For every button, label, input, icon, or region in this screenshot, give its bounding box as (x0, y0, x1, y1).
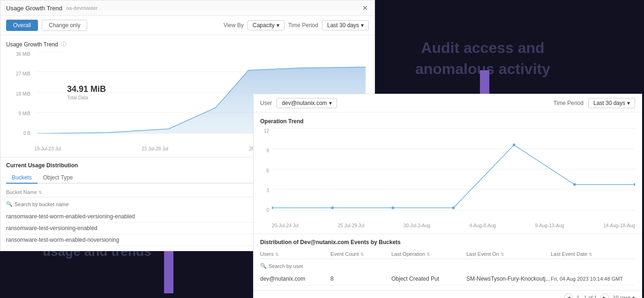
dth-event-count: Event Count ⇅ (330, 251, 391, 257)
dth-users: Users ⇅ (260, 251, 330, 257)
tab-object-type[interactable]: Object Type (37, 172, 79, 184)
tab-overall[interactable]: Overall (6, 20, 38, 31)
rows-per-page-dropdown[interactable]: 10 rows ▾ (613, 295, 635, 298)
y-axis-labels: 36 MiB 27 MiB 18 MiB 9 MiB 0 B (6, 52, 34, 145)
search-icon-2: 🔍 (260, 263, 267, 269)
panel-subtitle: oa-devmaster (66, 5, 97, 11)
svg-point-10 (272, 206, 273, 209)
tab-change-only[interactable]: Change only (42, 20, 87, 31)
x-label-2: 23 Jul-28 Jul (142, 146, 168, 151)
chevron-down-icon-4: ▾ (627, 100, 630, 106)
time-period-right-dropdown[interactable]: Last 30 days ▾ (588, 98, 635, 108)
chart-header: Usage Growth Trend ⓘ (6, 41, 369, 48)
operation-chart: 12 9 6 3 0 (260, 128, 635, 222)
op-x-labels: 20-Jul-24 Jul 25 Jul-29 Jul 30-Jul-3-Aug… (260, 222, 635, 228)
dist-event-count: 8 (330, 276, 391, 282)
dist-user: dev@nutanix.com (260, 276, 330, 282)
tabs-row: Overall Change only View By Capacity ▾ T… (0, 16, 374, 35)
sort-icon-4: ⇅ (360, 252, 364, 257)
op-x-5: 9-Aug-13-Aug (535, 223, 564, 228)
sort-icon: ⇅ (38, 190, 42, 195)
op-y-3: 3 (260, 188, 269, 193)
operation-trend-section: Operation Trend 12 9 6 3 0 (254, 112, 642, 234)
chevron-down-icon-3: ▾ (329, 100, 332, 106)
dth-last-operation: Last Operation ⇅ (391, 251, 466, 257)
panel-title-row: Usage Growth Trend oa-devmaster (6, 5, 97, 12)
audit-panel: User dev@nutanix.com ▾ Time Period Last … (253, 94, 642, 298)
y-label-18: 18 MiB (6, 91, 30, 97)
user-search-row: 🔍 (260, 261, 635, 271)
op-x-2: 25 Jul-29 Jul (338, 223, 365, 228)
dth-last-event-date: Last Event Date ⇅ (551, 251, 635, 257)
chart-title: Usage Growth Trend (6, 41, 58, 48)
prev-page-button[interactable]: ◀ (564, 293, 573, 298)
panel-header: Usage Growth Trend oa-devmaster ✕ (0, 0, 374, 16)
dist-table-row: dev@nutanix.com 8 Object Created Put SM-… (260, 273, 635, 285)
op-y-0: 0 (260, 208, 269, 213)
pagination-row: ◀ 1 - 1 of 1 ▶ 10 rows ▾ (254, 290, 642, 298)
op-x-3: 30-Jul-3-Aug (404, 223, 430, 228)
panel-title: Usage Growth Trend (6, 5, 62, 12)
dist-table-header: Users ⇅ Event Count ⇅ Last Operation ⇅ L… (260, 249, 635, 259)
sort-icon-6: ⇅ (501, 252, 504, 257)
time-period-right-label: Time Period (554, 100, 584, 106)
op-x-4: 4-Aug-8-Aug (469, 223, 496, 228)
total-label: Total Data (67, 95, 88, 100)
svg-point-11 (331, 206, 334, 209)
time-period-label: Time Period (288, 22, 318, 29)
op-y-axis: 12 9 6 3 0 (260, 128, 272, 222)
dist-last-op: Object Created Put (391, 276, 466, 282)
dist-last-event-on: SM-NewsTyson-Fury-Knockoutj... (466, 276, 551, 282)
op-x-6: 14-Aug-18-Aug (603, 223, 635, 228)
page-info: 1 - 1 of 1 (577, 295, 597, 298)
op-y-12: 12 (260, 128, 269, 134)
dist-events-title: Distribution of Dev@nutanix.com Events b… (260, 239, 635, 246)
op-trend-title: Operation Trend (260, 118, 635, 125)
user-dropdown[interactable]: dev@nutanix.com ▾ (277, 98, 337, 108)
op-y-9: 9 (260, 148, 269, 153)
chevron-down-icon-5: ▾ (632, 295, 635, 298)
x-label-1: 19-Jul-23 Jul (34, 146, 61, 151)
user-label: User (260, 100, 272, 106)
chevron-down-icon: ▾ (277, 22, 279, 29)
sort-icon-7: ⇅ (589, 252, 592, 257)
view-by-label: View By (224, 22, 244, 29)
close-button[interactable]: ✕ (361, 4, 369, 12)
chevron-down-icon-2: ▾ (361, 22, 364, 29)
svg-point-13 (452, 206, 455, 209)
op-chart-svg-area (272, 128, 635, 222)
svg-point-16 (634, 183, 635, 186)
y-label-27: 27 MiB (6, 71, 30, 76)
line-chart-svg (272, 128, 635, 210)
y-label-0: 0 B (6, 131, 30, 136)
capacity-dropdown[interactable]: Capacity ▾ (247, 20, 285, 30)
user-search-input[interactable] (269, 263, 635, 269)
search-icon: 🔍 (6, 201, 13, 207)
audit-panel-header: User dev@nutanix.com ▾ Time Period Last … (254, 94, 642, 112)
svg-point-15 (573, 183, 576, 186)
dist-last-event-date: Fri, 04 Aug 2023 10:14:48 GMT (551, 276, 635, 282)
svg-point-12 (391, 206, 394, 209)
tab-buckets[interactable]: Buckets (6, 172, 37, 184)
sort-icon-5: ⇅ (427, 252, 430, 257)
distribution-events-section: Distribution of Dev@nutanix.com Events b… (254, 234, 642, 290)
total-value: 34.91 MiB (67, 84, 106, 94)
last-30-days-dropdown[interactable]: Last 30 days ▾ (322, 20, 369, 30)
svg-point-14 (513, 143, 516, 146)
info-icon: ⓘ (61, 41, 66, 48)
dth-last-event-on: Last Event On ⇅ (466, 251, 551, 257)
op-x-1: 20-Jul-24 Jul (272, 223, 299, 228)
y-label-9: 9 MiB (6, 111, 30, 116)
sort-icon-3: ⇅ (275, 252, 279, 257)
user-value: dev@nutanix.com (282, 100, 327, 106)
y-label-36: 36 MiB (6, 52, 30, 57)
op-y-6: 6 (260, 168, 269, 173)
view-controls: View By Capacity ▾ Time Period Last 30 d… (224, 20, 369, 30)
next-page-button[interactable]: ▶ (600, 293, 609, 298)
